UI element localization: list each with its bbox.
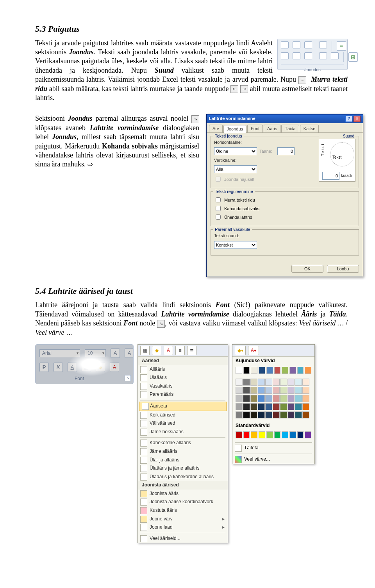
color-swatch[interactable] (302, 379, 309, 386)
tab-joondus[interactable]: Joondus (223, 125, 247, 132)
select-teksti-suund[interactable]: Kontekst (214, 241, 257, 249)
color-swatch[interactable] (305, 367, 311, 374)
color-swatch[interactable] (236, 411, 243, 418)
ok-button[interactable]: OK (291, 265, 323, 273)
color-swatch[interactable] (243, 367, 250, 374)
close-icon[interactable]: × (354, 116, 361, 122)
align-menu-icon[interactable]: ≡ (175, 346, 185, 355)
color-swatch[interactable] (236, 387, 243, 394)
select-vertical[interactable]: Alla (214, 165, 257, 173)
color-swatch[interactable] (250, 387, 257, 394)
color-swatch[interactable] (302, 403, 309, 410)
color-swatch[interactable] (251, 431, 257, 438)
color-swatch[interactable] (274, 367, 281, 374)
color-swatch[interactable] (236, 431, 242, 438)
color-swatch[interactable] (266, 431, 273, 438)
checkbox-kahanda[interactable] (216, 206, 221, 211)
color-swatch[interactable] (259, 431, 265, 438)
color-swatch[interactable] (243, 403, 250, 410)
color-swatch[interactable] (265, 379, 272, 386)
orientation-widget[interactable]: Suund Tekst Tekst kraadi (319, 139, 355, 182)
color-swatch[interactable] (273, 411, 280, 418)
color-swatch[interactable] (250, 403, 257, 410)
menu-item-more-borders[interactable]: Veel ääriseid... (138, 534, 228, 543)
color-swatch[interactable] (236, 367, 242, 374)
borders-menu-icon[interactable]: ▦ (140, 346, 150, 355)
degrees-input[interactable] (322, 172, 339, 180)
color-swatch[interactable] (243, 411, 250, 418)
color-swatch[interactable] (250, 379, 257, 386)
color-swatch[interactable] (265, 411, 272, 418)
color-swatch[interactable] (251, 367, 257, 374)
no-fill-item[interactable]: Täiteta (232, 443, 314, 453)
color-swatch[interactable] (302, 387, 309, 394)
color-swatch[interactable] (265, 387, 272, 394)
color-swatch[interactable] (243, 431, 250, 438)
color-swatch[interactable] (236, 379, 243, 386)
color-swatch[interactable] (305, 431, 311, 438)
loobu-button[interactable]: Loobu (327, 265, 359, 273)
fill-menu-icon[interactable]: ◆ (152, 346, 161, 355)
color-swatch[interactable] (295, 387, 302, 394)
tab-arv[interactable]: Arv (209, 125, 223, 132)
color-swatch[interactable] (273, 395, 280, 402)
menu-item[interactable]: Jäme boksiääris (138, 428, 228, 436)
tab-taida[interactable]: Täida (281, 125, 299, 132)
color-swatch[interactable] (280, 403, 287, 410)
color-swatch[interactable] (288, 379, 295, 386)
color-swatch[interactable] (297, 431, 304, 438)
menu-item-hover[interactable]: Ääriseta (139, 402, 227, 411)
menu-item-submenu[interactable]: Joone laad (138, 523, 228, 532)
color-swatch[interactable] (250, 395, 257, 402)
menu-item-submenu[interactable]: Joone värv (138, 515, 228, 524)
menu-item[interactable]: Vasakääris (138, 382, 228, 391)
color-swatch[interactable] (258, 379, 265, 386)
color-swatch[interactable] (258, 387, 265, 394)
select-horizontal[interactable]: Üldine (214, 147, 257, 155)
menu-item[interactable]: Kustuta ääris (138, 506, 228, 515)
taane-input[interactable] (277, 147, 295, 155)
menu-item[interactable]: Allääris (138, 365, 228, 374)
menu-item[interactable]: Kõik äärised (138, 411, 228, 420)
menu-item[interactable]: Joonista ääris (138, 490, 228, 498)
color-swatch[interactable] (243, 379, 250, 386)
checkbox-murra[interactable] (216, 197, 221, 202)
color-swatch[interactable] (243, 387, 250, 394)
menu-item[interactable]: Kahekordne allääris (138, 439, 228, 447)
color-swatch[interactable] (295, 379, 302, 386)
menu-item[interactable]: Paremääris (138, 390, 228, 399)
menu-item[interactable]: Ülaääris (138, 374, 228, 382)
color-swatch[interactable] (259, 367, 265, 374)
tab-kaitse[interactable]: Kaitse (300, 125, 319, 132)
font-dialog-launcher-icon[interactable]: ↘ (125, 375, 131, 381)
menu-item[interactable]: Ülaääris ja kahekordne allääris (138, 473, 228, 481)
color-swatch[interactable] (236, 395, 243, 402)
color-swatch[interactable] (288, 411, 295, 418)
menu-item[interactable]: Ülaääris ja jäme allääris (138, 464, 228, 473)
fontcolor-menu-icon[interactable]: A (164, 346, 173, 355)
color-swatch[interactable] (295, 411, 302, 418)
color-swatch[interactable] (273, 403, 280, 410)
color-swatch[interactable] (282, 367, 288, 374)
fill-split-icon[interactable]: ◆▾ (235, 346, 246, 355)
color-swatch[interactable] (280, 395, 287, 402)
color-swatch[interactable] (295, 403, 302, 410)
color-swatch[interactable] (295, 395, 302, 402)
color-swatch[interactable] (302, 395, 309, 402)
color-swatch[interactable] (273, 379, 280, 386)
color-swatch[interactable] (258, 395, 265, 402)
color-swatch[interactable] (258, 411, 265, 418)
color-swatch[interactable] (265, 395, 272, 402)
color-swatch[interactable] (297, 367, 304, 374)
color-swatch[interactable] (243, 395, 250, 402)
menu-item[interactable]: Jäme allääris (138, 447, 228, 456)
color-swatch[interactable] (280, 411, 287, 418)
color-swatch[interactable] (282, 431, 288, 438)
fontcolor-split-icon[interactable]: A▾ (248, 346, 259, 355)
color-swatch[interactable] (258, 403, 265, 410)
checkbox-uhenda[interactable] (216, 214, 221, 220)
color-swatch[interactable] (265, 403, 272, 410)
align-menu-icon-2[interactable]: ≣ (187, 346, 196, 355)
color-swatch[interactable] (288, 403, 295, 410)
color-swatch[interactable] (280, 379, 287, 386)
